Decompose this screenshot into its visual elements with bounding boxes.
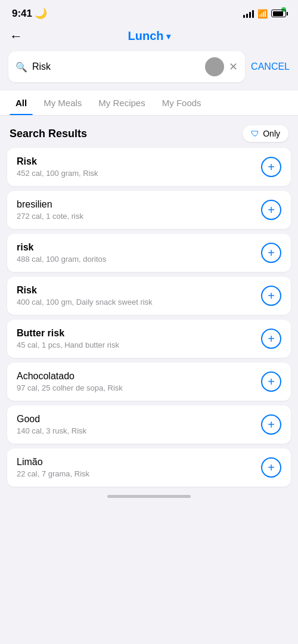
- food-name: Risk: [17, 156, 261, 167]
- add-button[interactable]: +: [261, 157, 281, 177]
- add-button[interactable]: +: [261, 286, 281, 306]
- food-list: Risk 452 cal, 100 gram, Risk + bresilien…: [0, 148, 298, 487]
- add-button[interactable]: +: [261, 200, 281, 220]
- food-item-4: Butter risk 45 cal, 1 pcs, Hand butter r…: [7, 320, 291, 358]
- food-info: Butter risk 45 cal, 1 pcs, Hand butter r…: [17, 328, 261, 349]
- tab-my-recipes[interactable]: My Recipes: [92, 91, 151, 115]
- search-input[interactable]: Risk: [32, 61, 200, 72]
- battery-icon: [271, 10, 286, 17]
- moon-icon: 🌙: [35, 7, 47, 20]
- food-details: 488 cal, 100 gram, doritos: [17, 255, 261, 264]
- chevron-down-icon[interactable]: ▾: [166, 32, 170, 41]
- food-name: Butter risk: [17, 328, 261, 339]
- add-button[interactable]: +: [261, 329, 281, 349]
- back-button[interactable]: ←: [10, 29, 23, 44]
- clear-button[interactable]: ✕: [229, 60, 238, 73]
- food-info: Risk 452 cal, 100 gram, Risk: [17, 156, 261, 178]
- food-item-3: Risk 400 cal, 100 gm, Daily snack sweet …: [7, 277, 291, 315]
- status-bar: 9:41 🌙 📶: [0, 0, 298, 23]
- status-time: 9:41 🌙: [12, 7, 47, 20]
- food-info: Achocolatado 97 cal, 25 colher de sopa, …: [17, 371, 261, 392]
- results-header: Search Results 🛡 Only: [0, 116, 298, 148]
- cancel-button[interactable]: CANCEL: [251, 61, 290, 72]
- food-details: 22 cal, 7 grama, Risk: [17, 469, 261, 478]
- time-label: 9:41: [12, 8, 32, 20]
- search-icon: 🔍: [15, 61, 27, 73]
- food-name: Risk: [17, 285, 261, 296]
- add-button[interactable]: +: [261, 414, 281, 435]
- food-info: bresilien 272 cal, 1 cote, risk: [17, 199, 261, 221]
- results-title: Search Results: [10, 128, 87, 140]
- food-name: bresilien: [17, 199, 261, 210]
- food-name: Good: [17, 414, 261, 425]
- add-button[interactable]: +: [261, 457, 281, 478]
- only-toggle[interactable]: 🛡 Only: [243, 125, 288, 142]
- food-info: risk 488 cal, 100 gram, doritos: [17, 242, 261, 264]
- only-label: Only: [263, 129, 280, 138]
- meal-title: Lunch: [128, 29, 164, 43]
- food-name: Limão: [17, 457, 261, 467]
- search-row: 🔍 Risk ✕ CANCEL: [0, 51, 298, 91]
- home-bar: [107, 495, 191, 498]
- tab-bar: All My Meals My Recipes My Foods: [0, 91, 298, 116]
- shield-icon: 🛡: [251, 129, 259, 138]
- food-item-2: risk 488 cal, 100 gram, doritos +: [7, 234, 291, 272]
- signal-icon: [243, 10, 254, 18]
- food-details: 452 cal, 100 gram, Risk: [17, 169, 261, 178]
- search-bar[interactable]: 🔍 Risk ✕: [8, 51, 245, 82]
- tab-all[interactable]: All: [10, 91, 33, 115]
- status-indicators: 📶: [243, 9, 286, 18]
- food-name: risk: [17, 242, 261, 253]
- food-info: Risk 400 cal, 100 gm, Daily snack sweet …: [17, 285, 261, 306]
- food-details: 272 cal, 1 cote, risk: [17, 212, 261, 221]
- wifi-icon: 📶: [257, 9, 268, 18]
- food-item-6: Good 140 cal, 3 rusk, Risk +: [7, 405, 291, 444]
- header-title: Lunch ▾: [128, 29, 170, 43]
- add-button[interactable]: +: [261, 243, 281, 263]
- food-name: Achocolatado: [17, 371, 261, 382]
- tab-my-foods[interactable]: My Foods: [156, 91, 207, 115]
- food-info: Good 140 cal, 3 rusk, Risk: [17, 414, 261, 435]
- food-item-0: Risk 452 cal, 100 gram, Risk +: [7, 148, 291, 186]
- home-indicator: [0, 487, 298, 503]
- food-details: 140 cal, 3 rusk, Risk: [17, 426, 261, 435]
- food-details: 400 cal, 100 gm, Daily snack sweet risk: [17, 298, 261, 306]
- add-button[interactable]: +: [261, 371, 281, 392]
- food-details: 45 cal, 1 pcs, Hand butter risk: [17, 340, 261, 349]
- food-info: Limão 22 cal, 7 grama, Risk: [17, 457, 261, 478]
- food-item-5: Achocolatado 97 cal, 25 colher de sopa, …: [7, 363, 291, 401]
- avatar: [205, 57, 224, 76]
- tab-my-meals[interactable]: My Meals: [38, 91, 88, 115]
- header: ← Lunch ▾: [0, 23, 298, 51]
- food-item-7: Limão 22 cal, 7 grama, Risk +: [7, 448, 291, 487]
- food-details: 97 cal, 25 colher de sopa, Risk: [17, 383, 261, 392]
- food-item-1: bresilien 272 cal, 1 cote, risk +: [7, 191, 291, 229]
